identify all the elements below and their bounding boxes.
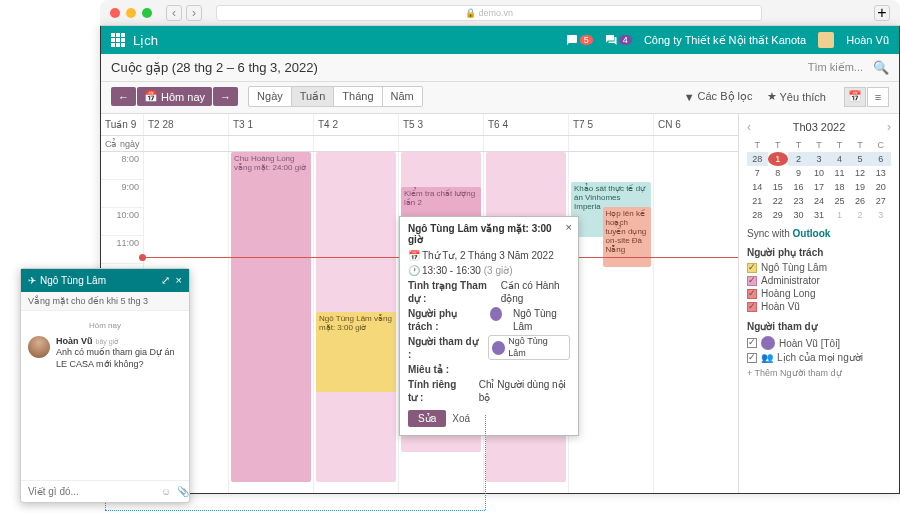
url-bar[interactable]: 🔒 demo.vn <box>216 5 762 21</box>
calendar-event[interactable]: Ngô Tùng Lâm vắng mặt: 3:00 giờ <box>316 312 396 392</box>
close-icon[interactable]: × <box>566 221 572 233</box>
maximize-window-icon[interactable] <box>142 8 152 18</box>
popover-status: Cần có Hành động <box>501 279 570 305</box>
calendar-event[interactable]: Họp lên kế hoạch tuyển dụng on-site Đà N… <box>603 207 651 267</box>
calendar-icon: 📅 <box>144 90 158 103</box>
attendees-title: Người tham dự <box>747 321 891 332</box>
mini-prev-icon[interactable]: ‹ <box>747 120 751 134</box>
avatar-icon <box>761 336 775 350</box>
popover-owner: Ngô Tùng Lâm <box>513 307 570 333</box>
star-icon: ★ <box>767 90 777 103</box>
avatar-icon <box>490 307 502 321</box>
calendar-sidebar: ‹ Th03 2022 › TTTTTTC 28123456 789101112… <box>739 114 899 493</box>
owner-filter[interactable]: Hoàng Long <box>747 287 891 300</box>
favorites-dropdown[interactable]: ★Yêu thích <box>767 90 826 103</box>
calendar-event[interactable]: Kiểm tra chất lượng lần 2 <box>401 187 481 217</box>
svg-rect-7 <box>116 43 120 47</box>
controls-row: ← 📅 Hôm nay → Ngày Tuần Tháng Năm ▼Các B… <box>101 82 899 114</box>
sync-outlook-link[interactable]: Sync with Outlook <box>747 228 891 239</box>
checkbox-icon <box>747 289 757 299</box>
chat-msg-author: Hoàn Vũbây giờ <box>56 336 182 346</box>
apps-icon[interactable] <box>111 33 125 47</box>
calendar-view-icon[interactable]: 📅 <box>844 87 866 107</box>
mini-calendar[interactable]: TTTTTTC 28123456 78910111213 14151617181… <box>747 138 891 222</box>
conversations-icon[interactable]: 4 <box>605 34 632 46</box>
window-controls <box>110 8 152 18</box>
chat-window: ✈ Ngô Tùng Lâm ⤢ × Vắng mặt cho đến khi … <box>20 268 190 503</box>
view-year-tab[interactable]: Năm <box>383 86 423 107</box>
chat-message: Hoàn Vũbây giờ Anh có muốn tham gia Dự á… <box>28 336 182 370</box>
browser-chrome: ‹ › 🔒 demo.vn + <box>100 0 900 26</box>
day-header[interactable]: T5 3 <box>398 114 483 135</box>
company-name[interactable]: Công ty Thiết kế Nội thất Kanota <box>644 34 806 47</box>
owners-title: Người phụ trách <box>747 247 891 258</box>
messages-icon[interactable]: 5 <box>566 34 593 46</box>
checkbox-icon <box>747 353 757 363</box>
checkbox-icon <box>747 302 757 312</box>
calendar-area: Tuần 9 T2 28 T3 1 T4 2 T5 3 T6 4 T7 5 CN… <box>101 114 899 493</box>
filter-icon: ▼ <box>684 91 695 103</box>
day-header[interactable]: CN 6 <box>653 114 738 135</box>
owner-filter[interactable]: Hoàn Vũ <box>747 300 891 313</box>
user-name[interactable]: Hoàn Vũ <box>846 34 889 46</box>
mini-next-icon[interactable]: › <box>887 120 891 134</box>
day-col-wed[interactable]: Ngô Tùng Lâm vắng mặt: 3:00 giờ <box>313 152 398 493</box>
conversations-badge: 4 <box>619 35 632 45</box>
add-attendee-link[interactable]: + Thêm Người tham dự <box>747 368 891 378</box>
minimize-window-icon[interactable] <box>126 8 136 18</box>
app-title[interactable]: Lịch <box>133 33 158 48</box>
filters-dropdown[interactable]: ▼Các Bộ lọc <box>684 90 753 103</box>
attach-icon[interactable]: 📎 <box>177 486 189 497</box>
day-col-sat[interactable]: Khảo sát thực tế dự án Vinhomes Imperia … <box>568 152 653 493</box>
checkbox-icon <box>747 276 757 286</box>
chat-today-label: Hôm nay <box>28 315 182 332</box>
lock-icon: 🔒 <box>465 8 476 18</box>
prev-button[interactable]: ← <box>111 87 136 106</box>
view-month-tab[interactable]: Tháng <box>334 86 382 107</box>
day-col-tue[interactable]: Chu Hoàng Long vắng mặt: 24:00 giờ <box>228 152 313 493</box>
day-header[interactable]: T4 2 <box>313 114 398 135</box>
chat-composer: ☺ 📎 <box>21 480 189 502</box>
day-header[interactable]: T7 5 <box>568 114 653 135</box>
svg-rect-0 <box>111 33 115 37</box>
day-header[interactable]: T2 28 <box>143 114 228 135</box>
svg-rect-6 <box>111 43 115 47</box>
emoji-icon[interactable]: ☺ <box>161 486 171 497</box>
attendee-filter[interactable]: 👥Lịch của mọi người <box>747 351 891 364</box>
popover-privacy: Chỉ Người dùng nội bộ <box>479 378 570 404</box>
user-avatar-icon[interactable] <box>818 32 834 48</box>
day-header[interactable]: T3 1 <box>228 114 313 135</box>
new-tab-button[interactable]: + <box>874 5 890 21</box>
attendee-filter[interactable]: Hoàn Vũ [Tôi] <box>747 335 891 351</box>
avatar-icon <box>28 336 50 358</box>
event-popover: × Ngô Tùng Lâm vắng mặt: 3:00 giờ 📅Thứ T… <box>399 216 579 436</box>
expand-icon[interactable]: ⤢ <box>161 274 170 287</box>
list-view-icon[interactable]: ≡ <box>867 87 889 107</box>
chat-input[interactable] <box>28 486 155 497</box>
view-week-tab[interactable]: Tuần <box>292 86 335 107</box>
close-icon[interactable]: × <box>176 274 182 287</box>
calendar-event[interactable]: Chu Hoàng Long vắng mặt: 24:00 giờ <box>231 152 311 482</box>
day-header[interactable]: T6 4 <box>483 114 568 135</box>
attendee-chip[interactable]: Ngô Tùng Lâm <box>488 335 570 360</box>
back-button[interactable]: ‹ <box>166 5 182 21</box>
owner-filter[interactable]: Administrator <box>747 274 891 287</box>
search-icon[interactable]: 🔍 <box>873 60 889 75</box>
allday-row: Cả ngày <box>101 136 738 152</box>
allday-label: Cả ngày <box>101 136 143 151</box>
view-day-tab[interactable]: Ngày <box>248 86 292 107</box>
svg-rect-4 <box>116 38 120 42</box>
people-icon: 👥 <box>761 352 773 363</box>
owner-filter[interactable]: Ngô Tùng Lâm <box>747 261 891 274</box>
day-col-sun[interactable] <box>653 152 738 493</box>
delete-button[interactable]: Xoá <box>452 410 470 427</box>
today-button[interactable]: 📅 Hôm nay <box>137 87 212 106</box>
chat-status: Vắng mặt cho đến khi 5 thg 3 <box>21 292 189 311</box>
close-window-icon[interactable] <box>110 8 120 18</box>
chat-header[interactable]: ✈ Ngô Tùng Lâm ⤢ × <box>21 269 189 292</box>
forward-button[interactable]: › <box>186 5 202 21</box>
edit-button[interactable]: Sửa <box>408 410 446 427</box>
next-button[interactable]: → <box>213 87 238 106</box>
chat-body[interactable]: Hôm nay Hoàn Vũbây giờ Anh có muốn tham … <box>21 311 189 480</box>
search-input[interactable]: Tìm kiếm... <box>808 61 863 74</box>
